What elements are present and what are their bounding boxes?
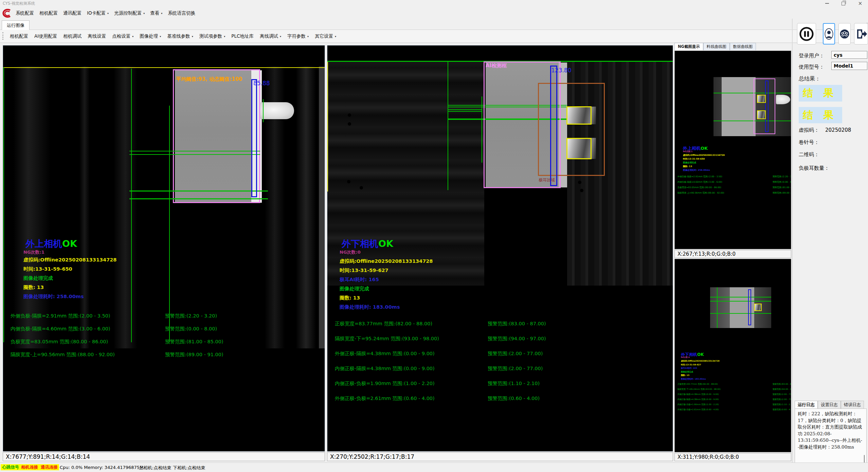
logout-button[interactable] bbox=[854, 23, 868, 44]
info-line: 时间:13-31-59-627 bbox=[681, 363, 720, 367]
measurement-value: 内侧负极-隔膜=4.60mm 范围:(3.00 - 6.00) bbox=[11, 326, 110, 331]
measurement-warn-range: 预警范围:(2.00 - 77.00) bbox=[488, 365, 543, 372]
tab-material-curve[interactable]: 料线曲线图 bbox=[703, 43, 730, 50]
login-user-label: 登录用户： bbox=[799, 53, 824, 59]
measurement-warn-range: 预警范围:(83.00 - 87.00) bbox=[773, 383, 791, 386]
measurement-list: 正极宽度=83.77mm 范围:(82.00 - 88.00) 预警范围:(83… bbox=[335, 321, 439, 410]
info-line: 时间:13-31-59-627 bbox=[340, 266, 433, 275]
toolbar-item[interactable]: 相机配置▾ bbox=[7, 32, 31, 41]
camera-name: 外上相机 bbox=[25, 238, 62, 249]
measurement-warn-range: 预警范围:(2.20 - 3.20) bbox=[165, 313, 217, 319]
measure-green-line bbox=[129, 190, 268, 192]
measurement-value: 内侧正极-隔膜=4.38mm 范围:(0.00 - 9.00) bbox=[677, 398, 719, 400]
pause-button[interactable] bbox=[797, 23, 816, 44]
mini-green-line bbox=[717, 287, 718, 328]
restore-button[interactable] bbox=[838, 0, 848, 7]
tab-run-image[interactable]: 运行图像 bbox=[2, 20, 30, 30]
menu-item[interactable]: 系统配置▾ bbox=[13, 9, 37, 18]
close-button[interactable]: × bbox=[855, 0, 865, 7]
ng-thumbnail-top[interactable]: 外上相机OK NG次数:1 虚拟码:Offline202502081331347… bbox=[674, 51, 791, 249]
menu-item[interactable]: 系统语言切换▾ bbox=[165, 9, 198, 18]
toolbar-item[interactable]: 点检设置▾ bbox=[109, 32, 137, 41]
login-user-field[interactable] bbox=[831, 51, 867, 59]
log-content[interactable]: 耗时：222，缺陷检测耗时：17，缺陷分类耗时：0，缺陷提取分区耗时：直方图提取… bbox=[795, 409, 867, 471]
chevron-down-icon: ▾ bbox=[224, 35, 225, 38]
menu-bar: 系统配置▾相机配置▾通讯配置▾IO卡配置▾光源控制配置▾查看▾系统语言切换▾ bbox=[0, 7, 868, 20]
measurement-value: 正极宽度=83.77mm 范围:(82.00 - 88.00) bbox=[677, 383, 718, 385]
measure-green-line bbox=[129, 151, 260, 151]
toolbar-item[interactable]: 相机调试▾ bbox=[60, 32, 85, 41]
toolbar-items: 相机配置▾AI使用配置▾相机调试▾离线设置▾点检设置▾图像处理▾基准线参数▾测试… bbox=[7, 32, 339, 41]
measurement-value: 外侧正极-隔膜=4.38mm 范围:(0.00 - 9.00) bbox=[335, 351, 435, 356]
roi-pink-box bbox=[173, 69, 260, 203]
measurement-row: 内侧负极-隔膜=4.60mm 范围:(3.00 - 6.00) 预警范围:(0.… bbox=[11, 326, 115, 339]
ng-count: NG次数:1 bbox=[23, 249, 44, 255]
mini-green-line bbox=[710, 297, 771, 297]
mini-yellow-box bbox=[757, 95, 766, 103]
toolbar-item[interactable]: 图像处理▾ bbox=[137, 32, 164, 41]
edge-green-line bbox=[169, 106, 170, 342]
ai-box-label: AI检测框 bbox=[486, 62, 507, 69]
menu-item[interactable]: 查看▾ bbox=[147, 9, 165, 18]
app-window: CYS-视觉检测系统 × 系统配置▾相机配置▾通讯配置▾IO卡配置▾光源控制配置… bbox=[0, 0, 868, 472]
toolbar-item[interactable]: PLC地址库▾ bbox=[228, 32, 257, 41]
top-camera-status: 上相机:点检结束 bbox=[139, 465, 171, 471]
mini-electrode-tab bbox=[776, 95, 790, 104]
mini-measurement-list: 外侧负极-隔膜=2.91mm 范围:(2.00 - 3.50) 预警范围:(2.… bbox=[677, 175, 724, 197]
chevron-down-icon: ▾ bbox=[335, 35, 336, 38]
measurement-value: 内侧正极-负极=1.90mm 范围:(1.00 - 2.20) bbox=[677, 403, 719, 405]
coord-readout-top: X:7677;Y:891;R:14;G:14;B:14 bbox=[3, 452, 325, 461]
toolbar-grip[interactable] bbox=[2, 32, 3, 40]
tab-error-log[interactable]: 错误日志 bbox=[841, 401, 864, 409]
user-icon bbox=[824, 27, 834, 41]
menu-item[interactable]: 相机配置▾ bbox=[37, 9, 60, 18]
toolbar-item[interactable]: 离线调试▾ bbox=[257, 32, 284, 41]
toolbar-item[interactable]: AI使用配置▾ bbox=[31, 32, 60, 41]
measurement-row: 外侧正极-隔膜=4.38mm 范围:(0.00 - 9.00) 预警范围:(2.… bbox=[677, 393, 721, 398]
mini-green-line bbox=[713, 93, 791, 93]
toolbar-item[interactable]: 其它设置▾ bbox=[312, 32, 339, 41]
camera-view-bottom[interactable]: AI检测框 123.80 极耳区域 外下相机OK NG次数:0 虚拟码:Offl… bbox=[327, 45, 673, 452]
info-line: 图像处理耗时: 258.00ms bbox=[23, 292, 116, 301]
tab-settings-log[interactable]: 设置日志 bbox=[818, 401, 841, 409]
minimize-button[interactable] bbox=[822, 0, 832, 7]
measurement-row: 外侧负极-隔膜=2.91mm 范围:(2.00 - 3.50) 预警范围:(2.… bbox=[11, 313, 115, 326]
panel-divider bbox=[792, 19, 793, 462]
tab-run-log[interactable]: 运行日志 bbox=[795, 401, 818, 409]
tab-data-curve[interactable]: 数据曲线图 bbox=[730, 43, 756, 50]
total-result-label: 总结果： bbox=[799, 75, 820, 83]
menu-item[interactable]: 光源控制配置▾ bbox=[111, 9, 147, 18]
measurement-row: 隔膜宽度-下=95.24mm 范围:(93.00 - 98.00) 预警范围:(… bbox=[335, 335, 439, 350]
mini-green-line bbox=[710, 301, 771, 302]
coord-readout-thumb2: X:311;Y:980;R:0;G:0;B:0 bbox=[674, 453, 791, 461]
camera-result-title: 外下相机OK bbox=[342, 238, 393, 249]
threshold-overlay-text: 平均阈值:93, 动态阈值:100 bbox=[176, 76, 242, 83]
baseline-yellow-line bbox=[327, 62, 328, 192]
camera-view-top[interactable]: 85.88 平均阈值:93, 动态阈值:100 外上相机OK NG次数:1 虚拟… bbox=[3, 45, 325, 452]
menu-item[interactable]: 通讯配置▾ bbox=[60, 9, 84, 18]
virtual-code-value: 20250208 bbox=[825, 127, 851, 133]
menu-item[interactable]: IO卡配置▾ bbox=[84, 9, 111, 18]
electrode-tab bbox=[260, 102, 294, 119]
toolbar-item[interactable]: 测试项参数▾ bbox=[196, 32, 229, 41]
tab-ng-screenshot[interactable]: NG截图显示 bbox=[674, 43, 703, 50]
toolbar-item[interactable]: 基准线参数▾ bbox=[164, 32, 196, 41]
measurement-warn-range: 预警范围:(2.00 - 77.00) bbox=[488, 350, 543, 357]
toolbar-item[interactable]: 离线设置▾ bbox=[85, 32, 109, 41]
log-scrollbar-thumb[interactable] bbox=[864, 455, 865, 462]
measurement-row: 正极宽度=83.77mm 范围:(82.00 - 88.00) 预警范围:(83… bbox=[335, 321, 439, 335]
close-icon: × bbox=[858, 0, 863, 7]
toolbar-item[interactable]: 字符参数▾ bbox=[284, 32, 312, 41]
neg-tab-count-label: 负极耳数量： bbox=[799, 165, 829, 171]
measurement-value: 外侧负极-隔膜=2.91mm 范围:(2.00 - 3.50) bbox=[677, 175, 722, 178]
ng-thumbnail-bottom[interactable]: 外下相机OK NG次数:0 虚拟码:Offline202502081331347… bbox=[674, 259, 791, 452]
users-button[interactable] bbox=[838, 23, 851, 44]
minimize-icon bbox=[825, 3, 829, 4]
model-field[interactable] bbox=[831, 62, 867, 70]
width-measure-blue-box bbox=[251, 79, 257, 197]
info-line: 图像处理耗时: 183.00ms bbox=[340, 303, 433, 312]
bolt-hole bbox=[360, 186, 363, 189]
mini-pink-box bbox=[754, 78, 775, 134]
edge-green-line bbox=[448, 62, 448, 190]
user-button[interactable] bbox=[823, 23, 835, 44]
